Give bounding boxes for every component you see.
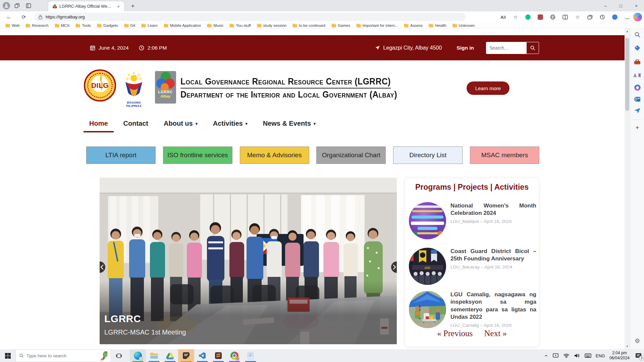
- taskbar-notepad-icon[interactable]: [243, 349, 259, 362]
- bookmark-folder[interactable]: Assess: [404, 23, 423, 27]
- sidebar-settings-gear-icon[interactable]: ⚙: [633, 337, 641, 345]
- iso-frontline-services-button[interactable]: ISO frontline services: [163, 146, 232, 164]
- taskbar-vscode-icon[interactable]: [194, 349, 210, 362]
- new-tab-button[interactable]: +: [129, 3, 137, 9]
- nav-about-us[interactable]: About us▾: [164, 120, 198, 127]
- refresh-button[interactable]: ⟳: [19, 13, 28, 21]
- site-date: June 4, 2024: [99, 45, 129, 51]
- browser-profile-avatar[interactable]: [3, 2, 10, 9]
- sign-in-link[interactable]: Sign in: [457, 45, 474, 51]
- history-icon[interactable]: [599, 14, 606, 20]
- window-close-button[interactable]: ×: [629, 0, 644, 11]
- extension-blue-icon[interactable]: [611, 14, 618, 20]
- outlook-icon[interactable]: [633, 95, 641, 103]
- shopping-tag-icon[interactable]: [633, 44, 641, 52]
- task-view-icon[interactable]: [111, 349, 126, 362]
- taskbar-search-box[interactable]: [15, 349, 111, 362]
- scroll-up-icon[interactable]: ▲: [625, 30, 630, 33]
- window-minimize-button[interactable]: –: [598, 0, 613, 11]
- touch-keyboard-icon[interactable]: [585, 353, 591, 358]
- read-aloud-icon[interactable]: A)): [500, 14, 506, 20]
- ltia-report-button[interactable]: LTIA report: [86, 146, 156, 164]
- grammarly-extension-icon[interactable]: [525, 14, 531, 20]
- memo-advisories-button[interactable]: Memo & Advisories: [240, 146, 309, 164]
- bookmark-folder[interactable]: Music: [207, 23, 223, 27]
- settings-more-icon[interactable]: …: [624, 14, 631, 20]
- browser-tab[interactable]: LGRRC-Albay Official Website ×: [48, 1, 124, 11]
- post-item[interactable]: 25th Coast Guard District Bicol – 25th F…: [409, 248, 536, 285]
- volume-icon[interactable]: [574, 353, 580, 358]
- site-search-button[interactable]: [526, 42, 539, 54]
- notifications-icon[interactable]: 3: [634, 351, 643, 360]
- bookmark-folder[interactable]: Mobile Application: [164, 23, 201, 27]
- learn-more-button[interactable]: Learn more: [467, 81, 509, 95]
- bookmark-folder[interactable]: You stuff: [229, 23, 251, 27]
- nav-contact[interactable]: Contact: [123, 120, 148, 127]
- post-title[interactable]: LGU Camalig, nagsagawa ng inspeksyon sa …: [450, 291, 536, 321]
- browser-essentials-icon[interactable]: [549, 14, 556, 20]
- taskbar-file-explorer-icon[interactable]: [146, 349, 162, 362]
- bookmark-folder[interactable]: Git: [124, 23, 136, 27]
- start-button[interactable]: [0, 349, 15, 362]
- msac-members-button[interactable]: MSAC members: [470, 146, 539, 164]
- vertical-tabs-icon[interactable]: [25, 2, 32, 9]
- bookmark-folder[interactable]: Important for interv...: [356, 23, 398, 27]
- bookmark-folder[interactable]: Gadgets: [97, 23, 118, 27]
- bookmark-folder[interactable]: Research: [25, 23, 48, 27]
- taskbar-search-input[interactable]: [26, 353, 87, 358]
- microsoft-365-icon[interactable]: [633, 83, 641, 92]
- drop-paper-plane-icon[interactable]: [633, 107, 641, 115]
- address-bar[interactable]: https://lgrrcalbay.org: [34, 13, 466, 21]
- taskbar-chrome-icon[interactable]: [226, 349, 243, 362]
- directory-list-button[interactable]: Directory List: [393, 146, 463, 164]
- language-indicator[interactable]: ENG: [596, 353, 605, 358]
- bookmark-folder[interactable]: Tools: [75, 23, 91, 27]
- post-title[interactable]: Coast Guard District Bicol – 25th Foundi…: [450, 248, 536, 263]
- games-icon[interactable]: ♟♜: [633, 71, 641, 79]
- cast-display-icon[interactable]: [552, 353, 559, 358]
- tray-clock[interactable]: 2:04 pm 06/04/2024: [609, 351, 630, 361]
- taskbar-edge-icon[interactable]: [130, 349, 146, 362]
- extension-red-icon[interactable]: [537, 14, 544, 20]
- chevron-down-icon: ▾: [246, 121, 248, 126]
- tools-toolbox-icon[interactable]: [633, 58, 641, 66]
- tab-close-icon[interactable]: ×: [115, 4, 121, 9]
- nav-news-events[interactable]: News & Events▾: [263, 120, 316, 127]
- nav-activities[interactable]: Activities▾: [213, 120, 248, 127]
- collections-icon[interactable]: [587, 14, 593, 20]
- scrollbar-thumb[interactable]: [625, 38, 629, 111]
- taskbar-sublime-text-icon[interactable]: [210, 349, 226, 362]
- sidebar-add-icon[interactable]: +: [633, 124, 641, 132]
- bookmark-folder[interactable]: study session: [257, 23, 287, 27]
- taskbar-notes-app-icon[interactable]: [178, 349, 194, 362]
- post-title[interactable]: National Women’s Month Celebration 2024: [450, 202, 536, 217]
- bookmark-folder[interactable]: to be continued: [292, 23, 325, 27]
- add-favorite-icon[interactable]: ☆: [512, 14, 519, 20]
- taskbar-google-drive-icon[interactable]: [162, 349, 178, 362]
- wifi-icon[interactable]: [563, 353, 570, 358]
- tray-chevron-up-icon[interactable]: [545, 354, 547, 358]
- bookmark-folder[interactable]: Web: [5, 23, 19, 27]
- search-icon: [530, 45, 535, 51]
- bookmark-folder[interactable]: Health: [429, 23, 446, 27]
- sidebar-search-icon[interactable]: [633, 31, 641, 39]
- copilot-icon[interactable]: [633, 13, 642, 21]
- favorites-hub-icon[interactable]: ☆: [574, 14, 581, 20]
- back-button[interactable]: ←: [5, 13, 13, 21]
- split-screen-icon[interactable]: [562, 14, 569, 20]
- post-item[interactable]: National Women’s Month Celebration 2024 …: [409, 202, 536, 239]
- nav-home[interactable]: Home: [89, 120, 108, 127]
- organizational-chart-button[interactable]: Organizational Chart: [316, 146, 386, 164]
- next-page-link[interactable]: Next »: [484, 329, 507, 338]
- workspaces-icon[interactable]: [13, 2, 21, 9]
- bookmark-folder[interactable]: Unknown: [452, 23, 475, 27]
- site-search-input[interactable]: [486, 42, 526, 54]
- page-scrollbar[interactable]: ▲ ▼: [625, 28, 630, 349]
- bookmark-folder[interactable]: MCS: [55, 23, 70, 27]
- bookmark-folder[interactable]: Games: [331, 23, 350, 27]
- window-maximize-button[interactable]: □: [613, 0, 629, 11]
- scroll-down-icon[interactable]: ▼: [625, 345, 630, 348]
- previous-page-link[interactable]: « Previous: [437, 329, 473, 338]
- bookmark-folder[interactable]: Learn: [141, 23, 157, 27]
- post-item[interactable]: LGU Camalig, nagsagawa ng inspeksyon sa …: [409, 291, 536, 328]
